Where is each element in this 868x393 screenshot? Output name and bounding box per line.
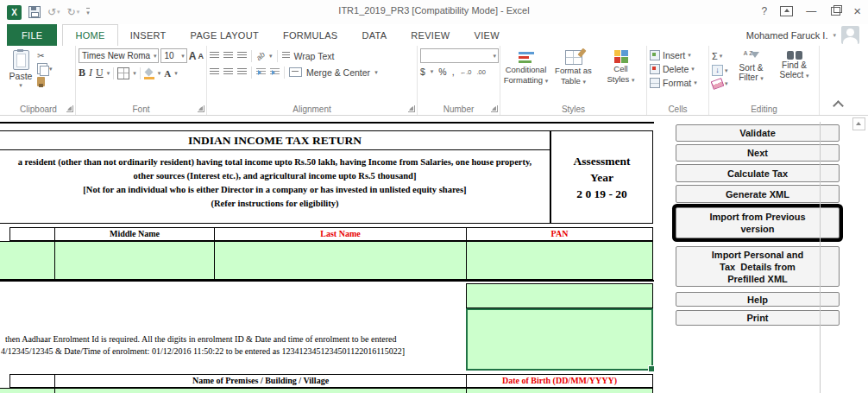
import-from-previous-version-button[interactable]: Import from Previousversion [676, 207, 840, 238]
tab-view[interactable]: VIEW [462, 24, 512, 46]
paste-clipboard-icon [13, 50, 29, 70]
import-prefilled-xml-button[interactable]: Import Personal andTax Details fromPrefi… [676, 246, 840, 287]
align-left-button[interactable] [210, 68, 219, 76]
tab-home[interactable]: HOME [62, 24, 117, 46]
decrease-indent-button[interactable] [256, 68, 266, 76]
window-controls: ? — × [762, 3, 861, 18]
delete-icon [650, 64, 660, 74]
tab-formulas[interactable]: FORMULAS [271, 24, 350, 46]
sum-icon: Σ [712, 51, 718, 61]
bold-button[interactable]: B [79, 67, 85, 79]
dialog-launcher-icon[interactable] [491, 105, 498, 112]
italic-button[interactable]: I [89, 67, 92, 79]
align-top-button[interactable] [210, 52, 219, 60]
format-as-table-button[interactable]: Format as Table ▾ [550, 48, 596, 102]
percent-style-button[interactable]: % [438, 67, 446, 77]
sort-filter-icon: A Z [744, 50, 759, 63]
header-middle-name: Middle Name [54, 227, 215, 241]
minimize-button[interactable]: — [806, 5, 816, 17]
tab-page-layout[interactable]: PAGE LAYOUT [179, 24, 271, 46]
cell-styles-button[interactable]: Cell Styles ▾ [598, 48, 644, 102]
help-button-sheet[interactable]: Help [676, 292, 840, 307]
tab-file[interactable]: FILE [7, 24, 57, 46]
group-clipboard: Paste ▾ ✂ ▾ Clipboard [2, 46, 76, 115]
format-cells-button[interactable]: Format▾ [650, 78, 706, 88]
window-title: ITR1_2019_PR3 [Compatibility Mode] - Exc… [0, 5, 868, 16]
input-cell[interactable] [0, 388, 55, 393]
scissors-icon: ✂ [37, 51, 44, 60]
collapse-ribbon-icon[interactable] [833, 100, 844, 111]
input-cell[interactable] [466, 283, 653, 308]
merge-center-button[interactable]: Merge & Center [306, 67, 370, 78]
copy-button[interactable]: ▾ [37, 63, 53, 74]
conditional-formatting-button[interactable]: Conditional Formatting ▾ [503, 48, 549, 102]
decrease-font-button[interactable]: A [198, 52, 204, 60]
align-right-button[interactable] [237, 68, 247, 76]
find-select-button[interactable]: Find & Select ▾ [775, 48, 815, 102]
decrease-decimal-button[interactable]: .00 [476, 68, 485, 76]
close-button[interactable]: × [853, 3, 861, 18]
number-format-select[interactable]: ▾ [420, 48, 499, 63]
fill-color-button[interactable] [144, 69, 154, 77]
delete-cells-button[interactable]: Delete▾ [650, 64, 706, 74]
increase-decimal-button[interactable]: ←.0 [460, 68, 472, 76]
align-center-button[interactable] [223, 68, 233, 76]
dialog-launcher-icon[interactable] [408, 105, 415, 112]
orientation-button[interactable]: ab [255, 49, 267, 61]
clear-button[interactable]: ▾ [712, 79, 728, 88]
avatar[interactable] [841, 26, 859, 44]
align-bottom-button[interactable] [237, 52, 247, 60]
borders-button[interactable] [117, 67, 129, 79]
next-button[interactable]: Next [676, 144, 840, 162]
wrap-text-button[interactable]: Wrap Text [294, 51, 335, 61]
form-title-box: INDIAN INCOME TAX RETURN a resident (oth… [0, 130, 550, 224]
help-button[interactable]: ? [762, 5, 768, 17]
middle-name-input-cell[interactable] [54, 241, 215, 280]
dialog-launcher-icon[interactable] [198, 105, 204, 112]
dob-input-cell[interactable] [466, 388, 653, 393]
tab-data[interactable]: DATA [349, 24, 399, 46]
group-number: ▾ $ ▾ % , ←.0 .00 Number [418, 46, 500, 115]
paste-button[interactable]: Paste ▾ [4, 48, 37, 102]
premises-input-cell[interactable] [54, 388, 467, 393]
accounting-format-button[interactable]: $ [420, 67, 425, 77]
scroll-up-icon[interactable] [852, 117, 865, 130]
ribbon-display-options-icon[interactable] [780, 6, 793, 16]
calculate-tax-button[interactable]: Calculate Tax [676, 164, 840, 182]
increase-indent-button[interactable] [270, 68, 280, 76]
selected-cell[interactable] [466, 308, 653, 371]
format-painter-button[interactable] [37, 77, 53, 86]
sort-filter-button[interactable]: A Z Sort & Filter ▾ [732, 48, 771, 102]
eligibility-text: a resident (other than not ordinarily re… [0, 150, 550, 211]
font-color-button[interactable]: A [164, 68, 171, 79]
comma-style-button[interactable]: , [452, 67, 455, 77]
ribbon-tabs: FILE HOME INSERT PAGE LAYOUT FORMULAS DA… [0, 24, 868, 46]
group-alignment: ab ▾ Wrap Text Merge & Center ▾ Alignmen… [207, 46, 418, 115]
font-name-select[interactable]: Times New Roma▾ [79, 48, 159, 63]
input-cell[interactable] [0, 241, 55, 280]
pan-input-cell[interactable] [466, 241, 653, 280]
cut-button[interactable]: ✂ [37, 51, 53, 60]
tab-review[interactable]: REVIEW [399, 24, 462, 46]
fill-handle[interactable] [648, 365, 655, 372]
format-painter-icon [37, 77, 45, 86]
print-button[interactable]: Print [676, 310, 840, 326]
underline-button[interactable]: U [96, 67, 104, 79]
insert-cells-button[interactable]: Insert▾ [650, 50, 706, 60]
excel-window: X ↺▾ ↻▾ ▾ ITR1_2019_PR3 [Compatibility M… [0, 0, 868, 393]
last-name-input-cell[interactable] [214, 241, 467, 280]
validate-button[interactable]: Validate [676, 124, 840, 142]
font-size-select[interactable]: 10▾ [160, 48, 186, 63]
tab-insert[interactable]: INSERT [118, 24, 179, 46]
autosum-button[interactable]: Σ▾ [712, 51, 728, 61]
group-styles: Conditional Formatting ▾ Format as Table… [500, 46, 647, 115]
dialog-launcher-icon[interactable] [66, 105, 73, 112]
wrap-text-icon [282, 52, 290, 60]
generate-xml-button[interactable]: Generate XML [676, 185, 840, 203]
fill-button[interactable]: ↓▾ [712, 65, 728, 76]
increase-font-button[interactable]: A [189, 50, 197, 62]
account-menu[interactable]: Mohamed Faruck I. ▾ [746, 24, 859, 46]
restore-button[interactable] [831, 7, 840, 16]
cell-border-line [0, 122, 654, 124]
align-middle-button[interactable] [223, 52, 233, 60]
